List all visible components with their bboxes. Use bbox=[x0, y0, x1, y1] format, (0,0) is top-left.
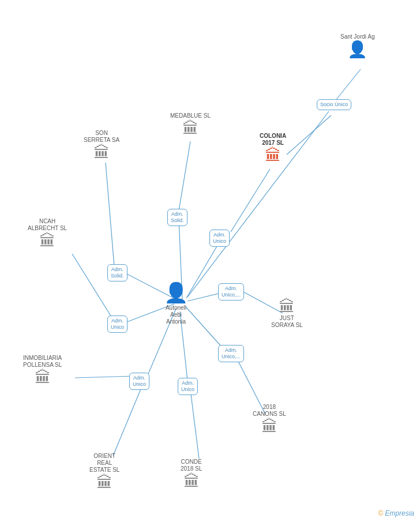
badge-adm-unico-ncah: Adm.Unico bbox=[107, 316, 127, 333]
badge-adm-solid-medablue: Adm.Solid. bbox=[167, 209, 187, 226]
building-icon-medablue: 🏛 bbox=[182, 121, 198, 137]
badge-adm-unico-conde: Adm.Unico bbox=[178, 378, 198, 395]
person-icon-center: 👤 bbox=[164, 283, 188, 302]
watermark: © Empresia bbox=[378, 509, 414, 517]
svg-line-14 bbox=[113, 384, 143, 456]
svg-line-5 bbox=[231, 169, 270, 232]
building-icon-ncah: 🏛 bbox=[39, 233, 55, 249]
node-sant-jordi: Sant Jordi Ag 👤 bbox=[340, 33, 374, 58]
building-icon-just-soraya: 🏛 bbox=[279, 299, 295, 315]
node-canons: 2018CANONS SL 🏛 bbox=[253, 404, 286, 435]
building-icon-son-serreta: 🏛 bbox=[93, 145, 110, 161]
svg-line-9 bbox=[72, 254, 113, 320]
svg-line-7 bbox=[106, 163, 114, 266]
badge-adm-unico-inmob: Adm.Unico bbox=[129, 373, 149, 390]
node-inmobiliaria: INMOBILIARIAPOLLENSA SL 🏛 bbox=[23, 355, 62, 386]
svg-line-13 bbox=[190, 390, 199, 459]
svg-line-3 bbox=[179, 141, 190, 211]
svg-line-11 bbox=[75, 376, 136, 378]
node-conde: CONDE2018 SL 🏛 bbox=[181, 459, 202, 490]
svg-line-4 bbox=[186, 239, 221, 298]
badge-adm-unico-colonia: Adm.Unico bbox=[209, 230, 230, 247]
node-son-serreta: SONSERRETA SA 🏛 bbox=[84, 130, 119, 161]
person-icon-sant-jordi: 👤 bbox=[347, 42, 367, 58]
badge-socio-unico: Socio Único bbox=[317, 99, 351, 110]
building-icon-inmobiliaria: 🏛 bbox=[35, 370, 51, 386]
node-center-person: 👤 AutonellAebiAntonia bbox=[164, 283, 188, 326]
node-ncah: NCAHALBRECHT SL 🏛 bbox=[28, 218, 67, 249]
node-colonia: COLONIA2017 SL 🏛 bbox=[260, 133, 286, 164]
badge-adm-solid-son-serreta: Adm.Solid. bbox=[107, 264, 127, 281]
svg-line-0 bbox=[187, 111, 329, 297]
node-orient: ORIENTREALESTATE SL 🏛 bbox=[89, 453, 119, 491]
badge-adm-unico-canons: Adm.Unico,... bbox=[218, 345, 244, 362]
building-icon-colonia: 🏛 bbox=[265, 148, 281, 164]
graph-container: Sant Jordi Ag 👤 Socio Único COLONIA2017 … bbox=[0, 0, 420, 522]
building-icon-conde: 🏛 bbox=[183, 474, 200, 490]
node-just-soraya: 🏛 JUSTSORAYA SL bbox=[271, 299, 303, 330]
svg-line-1 bbox=[287, 115, 331, 155]
building-icon-orient: 🏛 bbox=[96, 475, 112, 491]
node-medablue: MEDABLUE SL 🏛 bbox=[170, 112, 211, 137]
connection-lines bbox=[0, 0, 420, 522]
building-icon-canons: 🏛 bbox=[261, 419, 278, 435]
svg-line-19 bbox=[335, 69, 361, 101]
badge-adm-unico-just: Adm.Unico,... bbox=[218, 283, 244, 301]
